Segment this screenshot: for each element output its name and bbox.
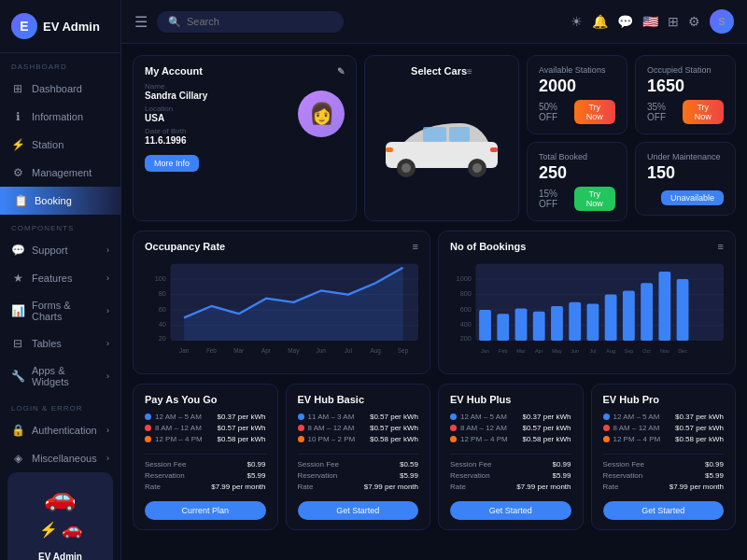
hamburger-button[interactable]: ☰ [134, 13, 148, 31]
svg-text:80: 80 [159, 289, 166, 298]
sidebar-item-tables[interactable]: ⊟ Tables › [0, 329, 120, 357]
slot-dot [145, 413, 151, 420]
sidebar-item-apps[interactable]: 🔧 Apps & Widgets › [0, 357, 120, 395]
sidebar-item-label: Dashboard [32, 83, 82, 94]
pricing-slot: 12 PM – 4 PM $0.58 per kWh [145, 435, 266, 443]
chevron-right-icon: › [106, 454, 109, 463]
flag-icon[interactable]: 🇺🇸 [642, 14, 658, 29]
pricing-title: Pay As You Go [145, 394, 266, 405]
sidebar-item-dashboard[interactable]: ⊞ Dashboard [0, 75, 120, 103]
plan-button[interactable]: Get Started [298, 501, 419, 520]
chat-icon[interactable]: 💬 [617, 14, 633, 29]
svg-text:Apr: Apr [535, 348, 543, 354]
sidebar-item-misc[interactable]: ◈ Miscellaneous › [0, 444, 120, 472]
edit-icon[interactable]: ✎ [337, 66, 345, 77]
more-info-button[interactable]: More Info [145, 155, 199, 172]
svg-text:Sep: Sep [398, 347, 409, 355]
car-icon: 🚗 [44, 482, 77, 512]
slot-dot [298, 425, 304, 431]
car-image [376, 82, 507, 211]
sidebar-item-label: Management [32, 167, 92, 178]
sidebar-item-features[interactable]: ★ Features › [0, 264, 120, 292]
maintenance-card: Under Maintenance 150 Unavailable [635, 142, 736, 216]
auth-icon: 🔒 [11, 424, 24, 437]
svg-rect-1 [423, 127, 446, 142]
sidebar-item-label: Forms & Charts [32, 300, 99, 322]
sidebar-item-auth[interactable]: 🔒 Authentication › [0, 416, 120, 444]
plan-button[interactable]: Get Started [450, 501, 571, 520]
svg-rect-50 [677, 279, 689, 341]
avatar[interactable]: S [710, 9, 734, 34]
svg-text:Jan: Jan [481, 348, 489, 354]
support-icon: 💬 [11, 244, 24, 257]
available-try-button[interactable]: Try Now [574, 100, 615, 124]
grid-icon[interactable]: ⊞ [668, 14, 679, 29]
sidebar-item-management[interactable]: ⚙ Management [0, 159, 120, 187]
search-box[interactable]: 🔍 [157, 11, 344, 33]
occupied-try-button[interactable]: Try Now [683, 100, 724, 124]
slot-dot [450, 425, 457, 431]
pricing-slot: 12 AM – 5 AM $0.37 per kWh [145, 413, 266, 421]
svg-rect-43 [551, 306, 563, 341]
bookings-chart-card: No of Bookings ≡ 1000 800 600 [438, 231, 736, 374]
chart-menu-icon[interactable]: ≡ [413, 241, 418, 252]
pricing-slot: 12 AM – 5 AM $0.37 per kWh [450, 413, 571, 421]
pricing-fees: Session Fee $0.99 Reservation $5.99 Rate… [603, 454, 725, 494]
session-fee-row: Session Fee $0.99 [145, 460, 266, 469]
cars-menu-icon[interactable]: ≡ [467, 66, 472, 77]
search-input[interactable] [187, 16, 332, 27]
booked-try-button[interactable]: Try Now [574, 187, 615, 211]
car-svg [376, 114, 507, 179]
dashboard-icon: ⊞ [11, 82, 24, 95]
svg-rect-44 [569, 302, 581, 341]
plan-button[interactable]: Get Started [603, 501, 725, 520]
sidebar-item-information[interactable]: ℹ Information [0, 103, 120, 131]
pricing-title: EV Hub Pro [603, 394, 725, 405]
svg-text:Apr: Apr [261, 347, 272, 355]
plan-button[interactable]: Current Plan [145, 501, 266, 520]
svg-rect-8 [490, 147, 498, 152]
occupancy-chart-card: Occupancy Rate ≡ 100 80 60 [133, 231, 430, 374]
sidebar-item-label: Authentication [32, 425, 97, 436]
sidebar-item-label: Tables [32, 338, 62, 349]
sun-icon[interactable]: ☀ [571, 14, 583, 29]
booking-icon: 📋 [14, 194, 27, 207]
sidebar-item-label: Support [32, 245, 68, 256]
unavailable-button[interactable]: Unavailable [661, 190, 724, 205]
pricing-slot: 12 PM – 4 PM $0.58 per kWh [603, 435, 725, 443]
sidebar-item-booking[interactable]: 📋 Booking [0, 187, 120, 215]
svg-rect-49 [658, 272, 670, 341]
sidebar-item-station[interactable]: ⚡ Station [0, 131, 120, 159]
pricing-card-2: EV Hub Plus 12 AM – 5 AM $0.37 per kWh 8… [438, 384, 584, 530]
session-fee-row: Session Fee $0.59 [298, 460, 419, 469]
bell-icon[interactable]: 🔔 [592, 14, 608, 29]
svg-text:Mar: Mar [516, 348, 526, 354]
stations-right: Occupied Station 1650 35% OFF Try Now Un… [635, 55, 736, 221]
account-avatar: 👩 [298, 91, 345, 137]
occupied-stations-card: Occupied Station 1650 35% OFF Try Now [635, 55, 736, 134]
settings-icon[interactable]: ⚙ [688, 14, 700, 29]
slot-dot [298, 436, 304, 442]
occupancy-svg: 100 80 60 40 20 Jan Feb M [145, 259, 418, 362]
stations-left: Available Stations 2000 50% OFF Try Now … [527, 55, 627, 221]
total-booked-card: Total Booked 250 15% OFF Try Now [527, 142, 627, 221]
row2-charts: Occupancy Rate ≡ 100 80 60 [133, 231, 736, 374]
svg-text:Feb: Feb [206, 347, 217, 354]
sidebar-item-support[interactable]: 💬 Support › [0, 236, 120, 264]
svg-text:800: 800 [460, 289, 472, 298]
chart-menu-icon[interactable]: ≡ [718, 241, 724, 252]
bookings-chart-title: No of Bookings ≡ [450, 241, 724, 252]
reservation-row: Reservation $5.99 [603, 471, 725, 480]
cars-card-title: Select Cars ≡ [411, 65, 472, 77]
pricing-fees: Session Fee $0.59 Reservation $5.99 Rate… [298, 454, 419, 494]
pricing-card-0: Pay As You Go 12 AM – 5 AM $0.37 per kWh… [133, 384, 278, 530]
sidebar-item-forms[interactable]: 📊 Forms & Charts › [0, 292, 120, 329]
svg-rect-40 [497, 314, 509, 341]
pricing-fees: Session Fee $0.99 Reservation $5.99 Rate… [145, 454, 266, 494]
station-icon: ⚡ [11, 138, 24, 151]
session-fee-row: Session Fee $0.99 [603, 460, 725, 469]
select-cars-card: Select Cars ≡ [364, 55, 519, 221]
svg-rect-47 [623, 290, 635, 341]
sidebar-bottom-widget: 🚗 ⚡ 🚗 EV Admin [7, 472, 113, 560]
svg-text:Aug: Aug [371, 347, 382, 355]
